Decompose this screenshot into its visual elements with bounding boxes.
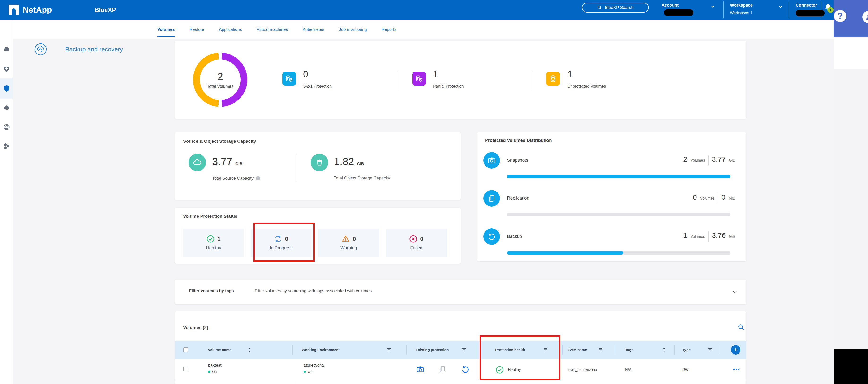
backup-restore-icon[interactable] [461,365,470,374]
screen: NetApp BlueXP BlueXP Search Account Work… [0,0,868,384]
svm-name-cell: svm_azurecvoha [568,368,597,372]
chevron-down-icon[interactable] [778,4,783,9]
column-header-type[interactable]: Type [682,341,712,359]
table-row[interactable]: baktest On azurecvoha On Healthy svm_azu… [175,359,746,380]
column-header-svm-name[interactable]: SVM name [568,341,603,359]
annotation-box-in-progress [253,223,315,262]
camera-icon [484,152,500,169]
sidebar-item-health[interactable] [0,63,13,76]
backup-size: 3.76 [712,232,725,239]
snapshots-volumes-count: 2 [683,155,687,163]
warning-triangle-icon [341,235,350,243]
replication-copy-icon[interactable] [438,365,446,373]
tab-reports[interactable]: Reports [381,20,397,39]
object-capacity-value: 1.82 [334,156,354,167]
source-capacity-icon [189,154,206,171]
page-title: Backup and recovery [65,46,123,53]
sidebar [0,20,13,384]
sidebar-item-sync[interactable] [0,120,13,134]
workspace-menu[interactable]: Workspace [730,3,753,8]
overlay-header: ? [834,0,868,37]
state-on-dot [208,371,210,373]
sort-icon[interactable] [248,347,251,352]
row-actions-button[interactable] [733,369,740,370]
help-icon[interactable]: ? [834,10,846,22]
restore-arrow-icon [484,228,500,245]
select-all-checkbox[interactable] [183,347,188,352]
capacity-card-title: Source & Object Storage Capacity [183,139,256,144]
header-divider [788,1,789,19]
status-tile-failed[interactable]: 0 Failed [386,229,447,257]
filter-icon[interactable] [387,348,391,352]
state-on-dot [304,371,306,373]
healthy-check-icon [207,235,215,243]
table-search-icon[interactable] [738,324,745,331]
stat-divider [532,71,532,89]
unprotected-volumes-label: Unprotected Volumes [567,84,606,89]
tab-virtual-machines[interactable]: Virtual machines [256,20,288,39]
sidebar-item-storage[interactable] [0,43,13,56]
heart-plus-icon [3,66,10,73]
column-header-tags[interactable]: Tags [625,341,666,359]
app-header: NetApp BlueXP BlueXP Search Account Work… [0,0,834,20]
connector-menu[interactable]: Connector [796,3,817,8]
working-environment-cell: azurecvoha [304,363,324,368]
tab-volumes[interactable]: Volumes [157,20,175,39]
tab-restore[interactable]: Restore [189,20,204,39]
status-tile-warning[interactable]: 0 Warning [318,229,379,257]
filter-icon[interactable] [599,348,603,352]
tab-kubernetes[interactable]: Kubernetes [303,20,324,39]
three-two-one-label: 3-2-1 Protection [303,84,332,89]
working-environment-state: On [304,370,324,374]
user-avatar-icon[interactable] [862,11,868,23]
unprotected-volumes-icon [546,72,560,85]
chevron-down-icon[interactable] [710,4,716,9]
sidebar-item-extensions[interactable] [0,139,13,152]
protection-status-title: Volume Protection Status [183,214,238,219]
replication-progress-bar [507,213,731,216]
account-menu[interactable]: Account [661,3,679,8]
sort-icon[interactable] [662,347,666,352]
total-volumes-label: Total Volumes [207,84,234,89]
add-column-button[interactable]: + [731,345,740,354]
overlay-panel [834,37,868,69]
filter-description: Filter volumes by searching with tags as… [255,288,372,293]
hexagons-icon [3,142,10,149]
filter-title: Filter volumes by tags [189,288,234,293]
cloud-lock-icon [3,104,10,112]
filter-bar: Filter volumes by tags Filter volumes by… [175,280,746,304]
snapshot-camera-icon[interactable] [416,365,425,373]
distribution-card-title: Protected Volumes Distribution [485,138,552,143]
source-capacity-value: 3.77 [212,156,232,167]
column-header-existing-protection[interactable]: Existing protection [415,341,466,359]
sync-circle-icon [3,124,10,131]
bluexp-search-button[interactable]: BlueXP Search [582,3,649,12]
redacted-region [834,349,868,384]
search-label: BlueXP Search [605,5,633,10]
tab-job-monitoring[interactable]: Job monitoring [339,20,367,39]
copy-icon [484,190,500,207]
column-header-working-environment[interactable]: Working Environment [302,341,391,359]
row-checkbox[interactable] [183,367,188,372]
protection-status-card: Volume Protection Status 1 Healthy 0 In … [175,208,461,264]
filter-icon[interactable] [462,348,466,352]
brand-name: NetApp [23,5,52,14]
filter-expand-chevron-icon[interactable] [732,288,738,295]
filter-icon[interactable] [708,348,712,352]
summary-card: 2 Total Volumes 0 3-2-1 Protection 1 Par… [175,41,746,119]
snapshots-size: 3.77 [712,155,725,163]
info-icon[interactable] [255,176,260,181]
type-cell: RW [682,368,688,372]
capacity-divider [296,154,297,182]
sidebar-item-cloud-security[interactable] [0,101,13,115]
status-tile-healthy[interactable]: 1 Healthy [183,229,244,257]
volume-name-cell: baktest [208,363,222,368]
search-icon [597,5,602,10]
column-header-volume-name[interactable]: Volume name [208,341,251,359]
nav-tabs: Volumes Restore Applications Virtual mac… [157,20,397,39]
netapp-logo-icon [8,5,19,15]
sidebar-item-protection[interactable] [0,78,13,99]
workspace-value: Workspace-1 [730,11,752,15]
overlapping-window: ? [834,0,868,384]
tab-applications[interactable]: Applications [219,20,242,39]
